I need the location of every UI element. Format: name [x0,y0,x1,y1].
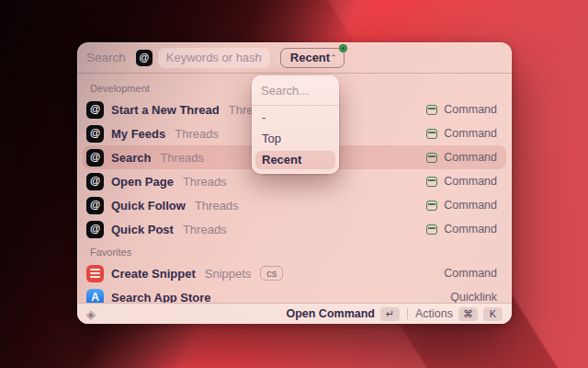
snippet-icon [86,265,104,282]
row-subtitle: Snippets [205,267,252,281]
threads-glyph: @ [139,52,149,63]
raycast-logo-icon: ◈ [86,308,96,320]
row-accessory: Command [444,267,497,280]
app-store-glyph: A [91,292,99,303]
app-store-icon: A [86,289,104,304]
section-header-favorites: Favorites [77,241,512,261]
row-accessory: Command [444,127,497,140]
list-item-quick-post[interactable]: @ Quick Post Threads Command [83,217,506,241]
threads-glyph: @ [90,200,100,211]
command-type-icon [426,129,437,139]
launcher-window: Search @ Recent ⌃ Development @ Start a … [77,42,512,324]
list-item-quick-follow[interactable]: @ Quick Follow Threads Command [83,193,506,217]
update-badge-icon [339,44,347,52]
row-subtitle: Threads [160,151,204,165]
row-subtitle: Threads [195,199,239,213]
search-bar: Search @ Recent ⌃ [77,42,512,74]
threads-icon: @ [86,173,104,190]
row-title: Search [111,151,151,165]
open-command-action[interactable]: Open Command [286,307,375,320]
footer-divider [407,308,408,319]
list-item-search-app-store[interactable]: A Search App Store Quicklink [83,285,506,303]
search-input[interactable] [160,51,268,64]
list-item-create-snippet[interactable]: Create Snippet Snippets cs Command [83,261,506,285]
dropdown-divider [252,105,339,106]
dropdown-item-dash[interactable]: - [255,109,335,127]
command-type-icon [426,177,437,187]
threads-glyph: @ [90,224,100,235]
sort-dropdown-value: Recent [290,51,330,64]
threads-icon: @ [136,50,153,66]
row-title: My Feeds [111,127,165,141]
row-subtitle: Threads [183,223,227,236]
row-title: Open Page [111,175,174,189]
threads-glyph: @ [90,152,100,163]
threads-glyph: @ [90,104,100,115]
desktop-wallpaper: Search @ Recent ⌃ Development @ Start a … [0,0,588,368]
search-input-pill[interactable] [158,48,270,68]
dropdown-item-top[interactable]: Top [255,130,335,148]
dropdown-item-recent[interactable]: Recent [255,151,335,169]
row-accessory: Quicklink [450,291,497,303]
k-key-icon: K [483,307,503,321]
row-accessory: Command [444,223,497,236]
sort-dropdown-button[interactable]: Recent ⌃ [280,48,345,68]
alias-badge: cs [260,266,283,281]
return-key-icon: ↵ [380,307,400,321]
row-subtitle: Threads [183,175,227,189]
threads-icon: @ [86,101,104,119]
snippet-lines-glyph [90,272,100,274]
row-title: Search App Store [111,291,211,304]
command-key-icon: ⌘ [458,307,478,321]
action-bar: ◈ Open Command ↵ Actions ⌘ K [77,303,512,324]
command-type-icon [426,153,437,163]
row-accessory: Command [444,103,497,116]
row-title: Quick Post [111,223,174,236]
threads-icon: @ [86,125,104,143]
threads-icon: @ [86,149,104,167]
sort-dropdown-panel: - Top Recent [252,75,339,174]
row-accessory: Command [444,151,497,164]
row-title: Quick Follow [111,199,186,213]
row-accessory: Command [444,199,497,212]
dropdown-search-input[interactable] [252,75,339,105]
command-type-icon [426,105,437,115]
row-accessory: Command [444,175,497,188]
row-title: Start a New Thread [111,103,220,117]
threads-glyph: @ [90,128,100,139]
command-type-icon [426,201,437,211]
search-mode-label: Search [86,51,126,64]
chevron-up-icon: ⌃ [330,54,337,63]
actions-button[interactable]: Actions [415,307,453,320]
footer-actions: Open Command ↵ Actions ⌘ K [286,307,503,321]
command-type-icon [426,224,437,235]
threads-icon: @ [86,221,104,238]
threads-icon: @ [86,197,104,214]
row-subtitle: Threads [175,127,219,141]
threads-glyph: @ [90,176,100,187]
row-title: Create Snippet [111,267,196,281]
